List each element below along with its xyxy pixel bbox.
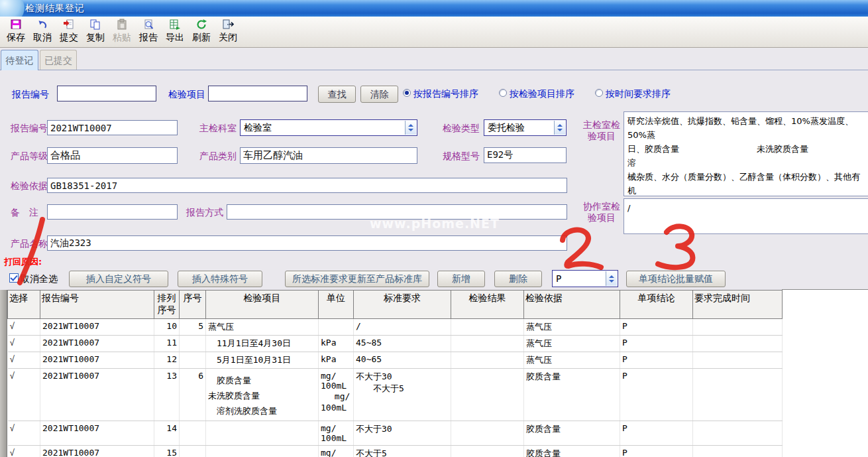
refresh-icon <box>188 19 215 31</box>
radio-sort-by-item-label: 按检验项目排序 <box>510 88 574 100</box>
check-mark[interactable]: √ <box>8 352 40 369</box>
col-conclusion[interactable]: 单项结论 <box>620 291 693 319</box>
table-row[interactable]: √ 2021WT10007 15 mg/ 100mL 不大于5 胶质含量 P <box>8 446 783 457</box>
table-row[interactable]: √ 2021WT10007 11 11月1日至4月30日 kPa 45~85 蒸… <box>8 336 783 352</box>
remark-label: 备 注 <box>11 207 38 219</box>
basis-label: 检验依据 <box>11 180 48 192</box>
radio-sort-by-time-label: 按时间要求排序 <box>606 88 671 100</box>
tab-pending[interactable]: 待登记 <box>1 50 38 70</box>
col-report-no[interactable]: 报告编号 <box>40 291 154 319</box>
spinner-icon[interactable] <box>405 121 416 135</box>
delete-button[interactable]: 删除 <box>494 271 542 287</box>
toolbar-button-close[interactable]: 关闭 <box>215 18 241 47</box>
radio-sort-by-report-no[interactable] <box>403 89 411 97</box>
toolbar-button-submit[interactable]: 提交 <box>56 18 82 47</box>
col-select[interactable]: 选择 <box>8 291 40 319</box>
toolbar-button-report[interactable]: 报告 <box>135 18 162 47</box>
main-dept-value: 检验室 <box>244 122 272 134</box>
product-name-input[interactable] <box>47 235 567 251</box>
check-mark[interactable]: √ <box>8 369 40 421</box>
conclusion-combo-value: P <box>556 273 561 284</box>
results-table: 选择 报告编号 排列序号 序号 检验项目 单位 标准要求 检验结果 检验依据 单… <box>7 290 783 457</box>
remark-input[interactable] <box>47 204 178 220</box>
export-icon <box>162 19 188 31</box>
toolbar-button-copy[interactable]: 复制 <box>82 18 109 47</box>
check-mark[interactable]: √ <box>8 421 40 446</box>
category-input[interactable] <box>240 147 417 164</box>
test-type-value: 委托检验 <box>488 122 525 134</box>
toolbar-button-export[interactable]: 导出 <box>162 18 188 47</box>
col-order-no[interactable]: 排列序号 <box>154 291 180 319</box>
table-row[interactable]: √ 2021WT10007 10 5 蒸气压 / 蒸气压 P <box>8 319 783 336</box>
col-basis[interactable]: 检验依据 <box>524 291 620 319</box>
main-items-box[interactable]: 研究法辛烷值、抗爆指数、铅含量、馏程、10%蒸发温度、50%蒸 日、胶质含量 未… <box>624 111 868 196</box>
basis-input[interactable] <box>47 178 567 193</box>
toolbar-button-refresh[interactable]: 刷新 <box>188 18 215 47</box>
select-all-checkbox[interactable] <box>9 273 19 283</box>
category-label: 产品类别 <box>199 151 237 163</box>
window-title: 检测结果登记 <box>25 3 85 15</box>
test-type-combo[interactable]: 委托检验 <box>484 119 567 136</box>
report-mode-label: 报告方式 <box>186 207 223 219</box>
report-no-input[interactable] <box>47 120 178 135</box>
search-report-no-label: 报告编号 <box>12 89 49 101</box>
reject-reason-label: 打回原因: <box>4 256 42 268</box>
toolbar-button-paste: 粘贴 <box>109 18 135 47</box>
search-item-input[interactable] <box>208 86 307 101</box>
conclusion-combo[interactable]: P <box>552 270 618 287</box>
table-header-row: 选择 报告编号 排列序号 序号 检验项目 单位 标准要求 检验结果 检验依据 单… <box>8 291 783 319</box>
table-row[interactable]: √ 2021WT10007 12 5月1日至10月31日 kPa 40~65 蒸… <box>8 352 783 369</box>
col-item[interactable]: 检验项目 <box>206 291 319 319</box>
report-no-label: 报告编号 <box>11 123 48 135</box>
app-logo-icon <box>0 0 25 17</box>
insert-special-symbol-button[interactable]: 插入特殊符号 <box>178 271 262 287</box>
close-icon <box>215 19 241 31</box>
col-unit[interactable]: 单位 <box>319 291 354 319</box>
main-dept-label: 主检科室 <box>199 123 237 135</box>
batch-assign-button[interactable]: 单项结论批量赋值 <box>626 271 726 287</box>
add-button[interactable]: 新增 <box>437 271 485 287</box>
toolbar-button-save[interactable]: 保存 <box>3 18 29 47</box>
table-row[interactable]: √ 2021WT10007 13 6 胶质含量 未洗胶质含量 溶剂洗胶质含量 m… <box>8 369 783 421</box>
coop-items-label: 协作室检验项目 <box>580 201 623 224</box>
check-mark[interactable]: √ <box>8 446 40 457</box>
tab-submitted[interactable]: 已提交 <box>40 50 77 70</box>
spinner-icon[interactable] <box>606 271 617 286</box>
update-standard-button[interactable]: 所选标准要求更新至产品标准库 <box>285 271 429 287</box>
radio-sort-by-item[interactable] <box>499 89 507 97</box>
product-name-label: 产品名称 <box>11 238 48 250</box>
title-bar: 检测结果登记 <box>0 0 868 17</box>
spec-input[interactable] <box>484 147 567 163</box>
toolbar-button-cancel[interactable]: 取消 <box>29 18 56 47</box>
check-mark[interactable]: √ <box>8 319 40 336</box>
insert-custom-symbol-button[interactable]: 插入自定义符号 <box>69 271 168 287</box>
grade-label: 产品等级 <box>11 151 48 163</box>
toolbar: 保存 取消 提交 复制 粘贴 报告 导出 刷新 关闭 <box>0 17 868 48</box>
grid-empty-area <box>782 289 868 457</box>
table-row[interactable]: √ 2021WT10007 14 mg/ 100mL 不大于30 胶质含量 P <box>8 421 783 446</box>
select-all-label: 取消全选 <box>21 273 58 285</box>
spinner-icon[interactable] <box>554 121 565 135</box>
grade-input[interactable] <box>47 147 178 164</box>
grid-row-margin <box>0 290 7 457</box>
submit-icon <box>56 19 82 31</box>
radio-sort-by-time[interactable] <box>595 89 603 97</box>
search-report-no-input[interactable] <box>57 86 156 101</box>
main-items-label: 主检室检验项目 <box>580 119 623 142</box>
copy-icon <box>82 19 109 31</box>
coop-items-box[interactable]: / <box>624 198 868 234</box>
radio-sort-by-report-no-label: 按报告编号排序 <box>413 88 478 100</box>
check-mark[interactable]: √ <box>8 336 40 352</box>
col-standard[interactable]: 标准要求 <box>354 291 451 319</box>
test-type-label: 检验类型 <box>443 123 480 135</box>
col-result[interactable]: 检验结果 <box>451 291 524 319</box>
report-icon <box>135 19 162 31</box>
spec-label: 规格型号 <box>443 151 480 163</box>
watermark: www.pHome.NET <box>370 216 529 231</box>
col-seq[interactable]: 序号 <box>180 291 206 319</box>
clear-button[interactable]: 清除 <box>360 86 398 103</box>
find-button[interactable]: 查找 <box>318 86 356 103</box>
main-dept-combo[interactable]: 检验室 <box>240 119 417 136</box>
col-deadline[interactable]: 要求完成时间 <box>693 291 783 319</box>
undo-icon <box>29 19 56 31</box>
